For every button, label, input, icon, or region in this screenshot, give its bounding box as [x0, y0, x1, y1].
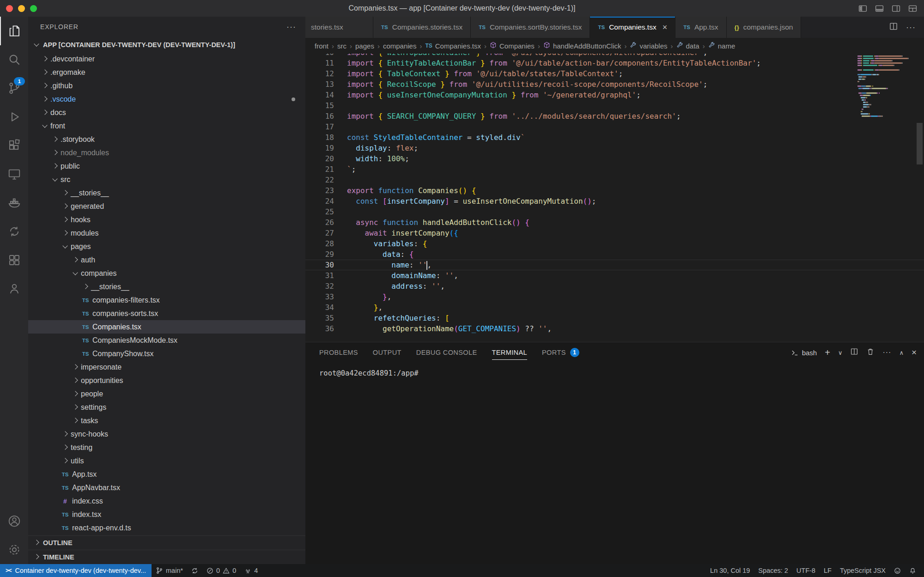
- encoding-status[interactable]: UTF-8: [792, 564, 820, 577]
- code-line-27[interactable]: 27 await insertCompany({: [305, 228, 924, 238]
- tree-item-testing[interactable]: testing: [28, 441, 305, 454]
- tree-item-Companies.tsx[interactable]: TSCompanies.tsx: [28, 320, 305, 334]
- toggle-secondary-sidebar-icon[interactable]: [891, 4, 901, 13]
- breadcrumb-item-src[interactable]: src: [337, 42, 346, 50]
- search-icon[interactable]: [0, 45, 28, 74]
- tree-item-index.tsx[interactable]: TSindex.tsx: [28, 508, 305, 521]
- code-line-10[interactable]: 10import { WithTopBarContainer } from '@…: [305, 54, 924, 58]
- code-line-31[interactable]: 31 domainName: '',: [305, 270, 924, 281]
- tree-item-react-app-env.d.ts[interactable]: TSreact-app-env.d.ts: [28, 521, 305, 534]
- line-col-status[interactable]: Ln 30, Col 19: [706, 564, 754, 577]
- line-number[interactable]: 14: [305, 90, 347, 100]
- line-number[interactable]: 30: [305, 260, 347, 270]
- feedback-smiley-icon[interactable]: [890, 564, 905, 577]
- language-status[interactable]: TypeScript JSX: [836, 564, 890, 577]
- breadcrumb-item-handleAddButtonClick[interactable]: handleAddButtonClick: [543, 42, 621, 50]
- breadcrumb-item-Companies[interactable]: Companies: [490, 42, 535, 50]
- line-number[interactable]: 12: [305, 68, 347, 79]
- tab-App.tsx[interactable]: TSApp.tsx: [675, 17, 726, 38]
- split-editor-icon[interactable]: [889, 22, 898, 33]
- code-line-34[interactable]: 34 },: [305, 302, 924, 313]
- panel-tab-PORTS[interactable]: PORTS1: [542, 342, 579, 363]
- tree-item-__stories__[interactable]: __stories__: [28, 186, 305, 200]
- code-line-22[interactable]: 22: [305, 175, 924, 185]
- tree-item-pages[interactable]: pages: [28, 240, 305, 253]
- new-terminal-icon[interactable]: +: [825, 347, 830, 358]
- tree-item-.github[interactable]: .github: [28, 79, 305, 92]
- breadcrumb-item-companies[interactable]: companies: [383, 42, 417, 50]
- explorer-more-actions-icon[interactable]: ···: [286, 22, 296, 32]
- code-line-23[interactable]: 23export function Companies() {: [305, 185, 924, 196]
- problems-status[interactable]: 0 0: [202, 564, 240, 577]
- zoom-window-button[interactable]: [30, 5, 37, 12]
- docker-icon[interactable]: [0, 188, 28, 217]
- indent-status[interactable]: Spaces: 2: [754, 564, 792, 577]
- customize-layout-icon[interactable]: [908, 4, 918, 13]
- line-number[interactable]: 33: [305, 292, 347, 302]
- code-line-11[interactable]: 11import { EntityTableActionBar } from '…: [305, 58, 924, 68]
- tree-item-.vscode[interactable]: .vscode: [28, 92, 305, 106]
- code-line-12[interactable]: 12import { TableContext } from '@/ui/tab…: [305, 68, 924, 79]
- tree-item-index.css[interactable]: #index.css: [28, 494, 305, 508]
- tree-item-settings[interactable]: settings: [28, 401, 305, 414]
- line-number[interactable]: 26: [305, 217, 347, 228]
- outline-section-header[interactable]: OUTLINE: [28, 535, 305, 550]
- line-number[interactable]: 28: [305, 238, 347, 249]
- terminal-output[interactable]: root@0a42ecd84891:/app#: [305, 363, 924, 377]
- line-number[interactable]: 36: [305, 323, 347, 334]
- code-line-18[interactable]: 18const StyledTableContainer = styled.di…: [305, 132, 924, 143]
- tab-companies.json[interactable]: {}companies.json: [727, 17, 802, 38]
- tree-item-__stories__[interactable]: __stories__: [28, 280, 305, 293]
- line-number[interactable]: 27: [305, 228, 347, 238]
- minimize-window-button[interactable]: [18, 5, 25, 12]
- code-line-20[interactable]: 20 width: 100%;: [305, 153, 924, 164]
- breadcrumb-item-pages[interactable]: pages: [355, 42, 374, 50]
- line-number[interactable]: 16: [305, 111, 347, 121]
- line-number[interactable]: 20: [305, 153, 347, 164]
- explorer-icon[interactable]: [0, 17, 28, 45]
- breadcrumb-item-name[interactable]: name: [708, 42, 736, 50]
- code-line-15[interactable]: 15: [305, 100, 924, 111]
- tree-item-generated[interactable]: generated: [28, 200, 305, 213]
- tab-Companies.tsx[interactable]: TSCompanies.tsx×: [590, 17, 675, 38]
- panel-tab-PROBLEMS[interactable]: PROBLEMS: [319, 342, 358, 363]
- tree-item-auth[interactable]: auth: [28, 253, 305, 267]
- toggle-sidebar-icon[interactable]: [858, 4, 868, 13]
- tree-item-sync-hooks[interactable]: sync-hooks: [28, 427, 305, 441]
- kill-terminal-icon[interactable]: [866, 347, 875, 358]
- tree-item-CompanyShow.tsx[interactable]: TSCompanyShow.tsx: [28, 347, 305, 360]
- tree-item-front[interactable]: front: [28, 119, 305, 133]
- tab-Companies.sortBy.stories.tsx[interactable]: TSCompanies.sortBy.stories.tsx: [471, 17, 590, 38]
- code-line-16[interactable]: 16import { SEARCH_COMPANY_QUERY } from '…: [305, 111, 924, 121]
- remote-indicator[interactable]: >< Container dev-twenty-dev (dev-twenty-…: [0, 564, 152, 577]
- minimap[interactable]: [857, 55, 912, 118]
- grid-extension-icon[interactable]: [0, 246, 28, 274]
- tree-item-src[interactable]: src: [28, 173, 305, 186]
- run-debug-icon[interactable]: [0, 103, 28, 131]
- code-line-21[interactable]: 21`;: [305, 164, 924, 175]
- toggle-panel-icon[interactable]: [875, 4, 884, 13]
- line-number[interactable]: 22: [305, 175, 347, 185]
- settings-sync-icon[interactable]: [0, 217, 28, 246]
- live-share-icon[interactable]: [0, 274, 28, 303]
- line-number[interactable]: 23: [305, 185, 347, 196]
- close-panel-icon[interactable]: ×: [912, 347, 917, 358]
- timeline-section-header[interactable]: TIMELINE: [28, 550, 305, 564]
- line-number[interactable]: 11: [305, 58, 347, 68]
- accounts-icon[interactable]: [0, 507, 28, 535]
- tree-item-companies-filters.tsx[interactable]: TScompanies-filters.tsx: [28, 293, 305, 307]
- line-number[interactable]: 13: [305, 79, 347, 90]
- more-actions-icon[interactable]: ···: [906, 23, 916, 32]
- breadcrumb-item-data[interactable]: data: [676, 42, 699, 50]
- tab-stories.tsx[interactable]: stories.tsx: [305, 17, 373, 38]
- code-line-28[interactable]: 28 variables: {: [305, 238, 924, 249]
- line-number[interactable]: 35: [305, 313, 347, 323]
- code-line-13[interactable]: 13import { RecoilScope } from '@/ui/util…: [305, 79, 924, 90]
- code-line-25[interactable]: 25: [305, 207, 924, 217]
- terminal-shell-item[interactable]: bash: [791, 349, 817, 357]
- code-line-19[interactable]: 19 display: flex;: [305, 143, 924, 153]
- panel-more-actions-icon[interactable]: ···: [882, 348, 891, 357]
- line-number[interactable]: 17: [305, 121, 347, 132]
- line-number[interactable]: 19: [305, 143, 347, 153]
- tree-item-.storybook[interactable]: .storybook: [28, 133, 305, 146]
